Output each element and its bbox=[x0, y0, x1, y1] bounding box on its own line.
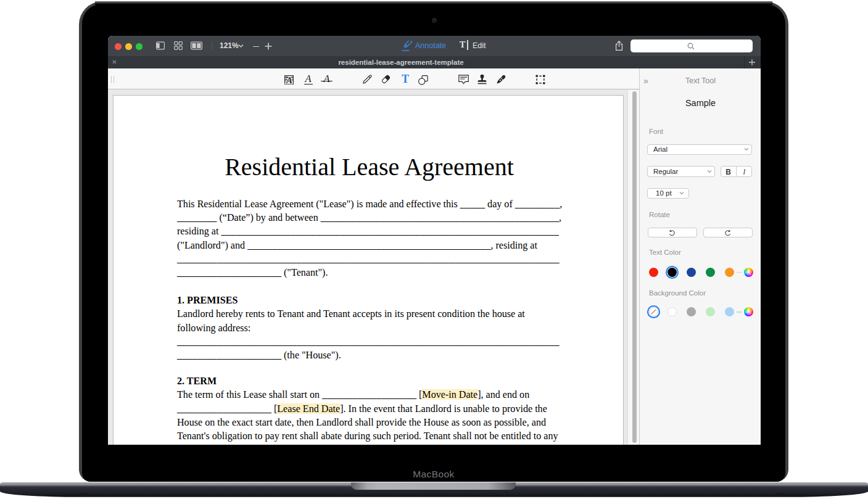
svg-text:A: A bbox=[286, 75, 292, 85]
